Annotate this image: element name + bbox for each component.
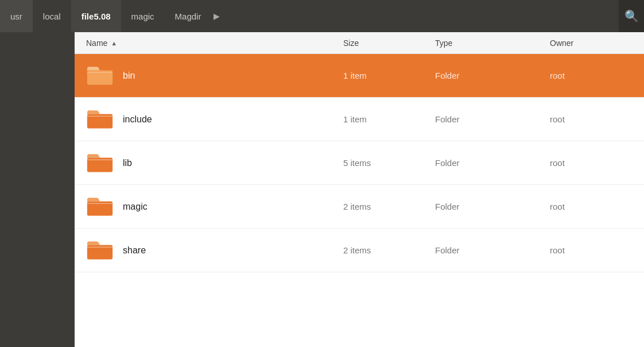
file-pane: Name ▲ Size Type Owner bin 1 item Folder… xyxy=(75,32,644,347)
breadcrumb-magdir[interactable]: Magdir xyxy=(165,0,212,32)
breadcrumb-file508[interactable]: file5.08 xyxy=(71,0,121,32)
col-header-size[interactable]: Size xyxy=(339,38,430,48)
breadcrumb-usr[interactable]: usr xyxy=(0,0,33,32)
table-row[interactable]: include 1 item Folder root xyxy=(75,98,644,141)
cell-name: lib xyxy=(75,151,339,176)
cell-name: magic xyxy=(75,194,339,219)
cell-type: Folder xyxy=(430,114,545,124)
file-name-label: bin xyxy=(123,71,135,81)
table-row[interactable]: share 2 items Folder root xyxy=(75,229,644,272)
breadcrumb-local[interactable]: local xyxy=(33,0,71,32)
col-header-name[interactable]: Name ▲ xyxy=(75,38,339,48)
breadcrumb-bar: usr local file5.08 magic Magdir ▶ 🔍 xyxy=(0,0,644,32)
cell-owner: root xyxy=(545,245,644,255)
file-list: bin 1 item Folder root include 1 item Fo… xyxy=(75,54,644,347)
cell-name: include xyxy=(75,107,339,132)
cell-owner: root xyxy=(545,158,644,168)
cell-size: 1 item xyxy=(339,114,430,124)
breadcrumb-more-arrow[interactable]: ▶ xyxy=(211,11,222,21)
sort-arrow-icon: ▲ xyxy=(111,40,117,47)
cell-size: 1 item xyxy=(339,71,430,80)
file-name-label: lib xyxy=(123,158,132,168)
search-button[interactable]: 🔍 xyxy=(619,0,644,32)
cell-size: 5 items xyxy=(339,158,430,168)
breadcrumb-magic[interactable]: magic xyxy=(121,0,165,32)
cell-size: 2 items xyxy=(339,202,430,211)
table-row[interactable]: bin 1 item Folder root xyxy=(75,54,644,98)
cell-type: Folder xyxy=(430,245,545,255)
folder-icon xyxy=(86,238,114,263)
folder-icon xyxy=(86,63,114,88)
file-name-label: include xyxy=(123,114,152,125)
cell-name: bin xyxy=(75,63,339,88)
cell-type: Folder xyxy=(430,158,545,168)
cell-owner: root xyxy=(545,202,644,211)
cell-owner: root xyxy=(545,71,644,80)
content-area: Name ▲ Size Type Owner bin 1 item Folder… xyxy=(0,32,644,347)
table-row[interactable]: lib 5 items Folder root xyxy=(75,141,644,185)
folder-icon xyxy=(86,107,114,132)
col-header-type[interactable]: Type xyxy=(430,38,545,48)
folder-icon xyxy=(86,194,114,219)
file-name-label: magic xyxy=(123,202,148,212)
cell-type: Folder xyxy=(430,202,545,211)
column-headers: Name ▲ Size Type Owner xyxy=(75,32,644,54)
sidebar xyxy=(0,32,75,347)
col-header-owner[interactable]: Owner xyxy=(545,38,644,48)
cell-type: Folder xyxy=(430,71,545,80)
search-icon: 🔍 xyxy=(624,9,639,23)
cell-name: share xyxy=(75,238,339,263)
cell-owner: root xyxy=(545,114,644,124)
file-name-label: share xyxy=(123,245,146,256)
cell-size: 2 items xyxy=(339,245,430,255)
folder-icon xyxy=(86,151,114,176)
table-row[interactable]: magic 2 items Folder root xyxy=(75,185,644,229)
